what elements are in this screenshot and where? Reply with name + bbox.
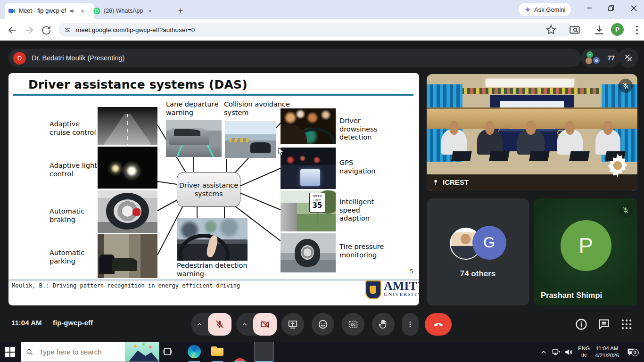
gemini-icon [524, 6, 531, 13]
window-restore-button[interactable] [602, 0, 620, 16]
meet-control-bar: 11:04 AM fip-gwcp-eff CC [0, 305, 644, 342]
captions-button[interactable]: CC [342, 313, 364, 336]
image-collision-avoidance [225, 121, 276, 158]
windows-taskbar: P ENGIN 11:04 AM4/21/2026 3 [0, 342, 644, 362]
taskbar-search-box[interactable] [21, 342, 159, 362]
present-screen-button[interactable] [281, 313, 304, 336]
participant-mini-avatar: G [593, 57, 600, 64]
center-box-driver-assistance-systems: Driver assistance systems [177, 172, 240, 207]
smiley-icon [318, 319, 328, 329]
start-button[interactable] [5, 347, 15, 357]
image-speed-adaption: SPEED LIMIT 35 [281, 190, 336, 231]
tray-volume-icon[interactable] [564, 342, 573, 362]
presenter-name: Dr. Bedatri Moulik (Presenting) [32, 54, 124, 62]
room-laptop [569, 151, 590, 161]
room-laptop [529, 151, 550, 161]
bookmark-star-icon[interactable] [545, 24, 557, 36]
cc-icon: CC [348, 319, 358, 329]
gear-decoration-icon [604, 152, 631, 179]
new-tab-button[interactable]: + [174, 5, 187, 17]
ask-gemini-button[interactable]: Ask Gemini [519, 3, 571, 16]
tab-whatsapp[interactable]: (26) WhatsApp × [90, 3, 177, 19]
search-box-graphic [125, 342, 159, 362]
tray-language-indicator[interactable]: ENGIN [578, 342, 590, 362]
video-tile-others[interactable]: G 74 others [427, 198, 529, 305]
mic-off-icon [622, 82, 629, 90]
image-adaptive-cruise-control [98, 107, 157, 145]
back-button[interactable] [7, 25, 18, 36]
room-laptop [451, 151, 472, 161]
forward-button[interactable] [24, 25, 35, 36]
language-code: ENG [578, 345, 590, 352]
tab-close-icon[interactable]: × [79, 7, 86, 15]
tray-hidden-icons[interactable] [540, 342, 547, 362]
chat-button[interactable] [597, 318, 611, 331]
participant-mic-off-indicator [619, 203, 633, 217]
participant-name-label: Prashant Shimpi [541, 291, 602, 300]
info-icon [575, 318, 588, 331]
mic-off-icon [622, 206, 629, 214]
taskbar-edge-icon[interactable] [188, 345, 201, 358]
taskbar-file-explorer-icon[interactable] [211, 345, 224, 358]
mic-options-chevron[interactable] [191, 321, 208, 328]
tray-clock[interactable]: 11:04 AM4/21/2026 [595, 342, 619, 362]
reactions-button[interactable] [312, 313, 334, 336]
tab-whatsapp-title: (26) WhatsApp [104, 8, 143, 14]
browser-profile-avatar[interactable]: P [611, 23, 624, 36]
image-lane-departure-warning [166, 120, 222, 157]
meeting-details-button[interactable] [575, 318, 588, 331]
image-adaptive-light-control [98, 147, 157, 189]
taskbar-active-app-highlight [254, 342, 274, 362]
tab-close-icon[interactable]: × [146, 7, 154, 15]
room-person [477, 129, 503, 155]
reload-button[interactable] [41, 25, 52, 36]
tab-search-icon[interactable] [569, 24, 581, 36]
activities-button[interactable] [620, 318, 633, 331]
presenter-banner[interactable]: D Dr. Bedatri Moulik (Presenting) [8, 49, 581, 67]
pointer-disabled-icon [624, 53, 633, 63]
tab-meet[interactable]: Meet - fip-gwcp-eff × [5, 3, 94, 19]
search-icon [26, 348, 33, 356]
mic-off-icon [215, 320, 224, 329]
video-tile-icrest[interactable]: ICREST [427, 74, 637, 191]
browser-menu-icon[interactable] [631, 24, 643, 36]
tray-network-icon[interactable] [552, 342, 561, 362]
download-icon[interactable] [593, 24, 605, 36]
meeting-time: 11:04 AM [11, 319, 41, 327]
room-label: ICREST [432, 178, 469, 186]
room-tube-light [486, 79, 574, 87]
image-pedestrian-detection [177, 218, 248, 261]
hand-icon [378, 319, 388, 329]
room-garland [439, 88, 625, 94]
present-icon [288, 319, 298, 329]
kebab-icon [406, 320, 414, 329]
task-view-button[interactable] [162, 346, 173, 357]
window-minimize-button[interactable] [580, 0, 599, 16]
tab-audio-icon[interactable] [69, 8, 75, 14]
window-close-button[interactable] [624, 0, 643, 16]
end-call-button[interactable] [425, 313, 452, 336]
raise-hand-button[interactable] [372, 313, 395, 336]
notification-count-badge: 3 [631, 349, 639, 356]
image-automatic-parking [98, 234, 157, 278]
search-input[interactable] [38, 347, 111, 356]
pointer-disabled-button[interactable] [619, 48, 638, 68]
video-tile-prashant-shimpi[interactable]: P Prashant Shimpi [534, 198, 637, 305]
svg-text:CC: CC [351, 323, 355, 327]
more-options-button[interactable] [402, 313, 419, 336]
ask-gemini-label: Ask Gemini [534, 6, 565, 13]
presentation-slide: Driver assistance systems (DAS) Adaptive… [8, 73, 419, 305]
url-text: meet.google.com/fip-gwcp-eff?authuser=0 [76, 26, 195, 33]
url-bar[interactable]: meet.google.com/fip-gwcp-eff?authuser=0 [58, 23, 573, 37]
mic-muted-button[interactable] [208, 313, 231, 336]
image-tire-pressure [281, 233, 336, 272]
meet-main-region: D Dr. Bedatri Moulik (Presenting) P G 77… [0, 41, 644, 342]
tray-notifications[interactable]: 3 [626, 342, 636, 362]
camera-options-chevron[interactable] [236, 321, 253, 328]
site-settings-icon[interactable] [64, 26, 71, 33]
camera-off-button[interactable] [253, 313, 277, 336]
others-letter-avatar: G [472, 226, 506, 260]
pin-icon [432, 179, 439, 186]
participants-pill[interactable]: P G 77 [581, 49, 620, 67]
participant-mini-avatar [586, 58, 592, 64]
